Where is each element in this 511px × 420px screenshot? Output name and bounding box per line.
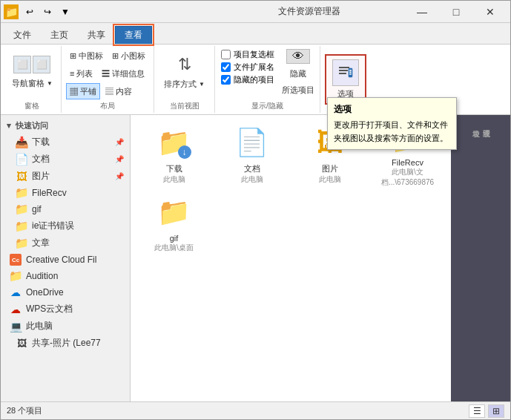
gif-icon: 📁 xyxy=(16,203,27,215)
sidebar-item-pictures[interactable]: 🖼 图片 📌 xyxy=(1,168,130,185)
view-toggle-group: ☰ ⊞ xyxy=(469,404,504,418)
sidebar-item-ie-cert[interactable]: 📁 ie证书错误 xyxy=(1,217,130,234)
quick-access-toolbar: ↩ ↪ ▼ xyxy=(22,4,214,20)
svg-rect-4 xyxy=(349,70,352,71)
svg-rect-5 xyxy=(349,72,352,73)
sidebar-item-wps[interactable]: ☁ WPS云文档 xyxy=(1,301,130,318)
filerecv-file-sub: 此电脑\文档...\673669876 xyxy=(373,167,442,188)
item-checkbox-input[interactable] xyxy=(221,50,231,59)
ribbon-group-panes: ⬜ ⬜ 导航窗格 ▼ 窗格 xyxy=(4,46,62,113)
tooltip-title: 选项 xyxy=(334,102,450,117)
sidebar-filerecv-label: FileRecv xyxy=(32,188,67,198)
sidebar-item-filerecv[interactable]: 📁 FileRecv xyxy=(1,185,130,201)
documents-file-icon: 📄 xyxy=(234,124,271,160)
main-window: 📁 ↩ ↪ ▼ 文件资源管理器 — □ ✕ 文件 主页 共享 查看 xyxy=(0,0,511,420)
show-hide-group-label: 显示/隐藏 xyxy=(220,99,315,111)
app-icon: 📁 xyxy=(4,4,19,19)
pin-icon-download: 📌 xyxy=(115,138,124,147)
sidebar-item-documents[interactable]: 📄 文档 📌 xyxy=(1,151,130,168)
sidebar-item-share-photos[interactable]: 🖼 共享-照片 (Lee77 xyxy=(1,335,130,352)
ribbon-group-current-view: ⇅ 排序方式 ▼ 当前视图 xyxy=(154,46,215,113)
sidebar-item-creative-cloud[interactable]: Cc Creative Cloud Fil xyxy=(1,252,130,268)
ribbon-group-layout: ⊞ 中图标 ⊞ 小图标 ≡ 列表 ☰ 详细信息 ▦ 平铺 ▤ 内容 布局 xyxy=(62,46,154,113)
gif-file-sub: 此电脑\桌面 xyxy=(154,243,194,253)
options-icon xyxy=(332,59,359,86)
download-file-name: 下载 xyxy=(166,163,182,174)
minimize-button[interactable]: — xyxy=(405,1,439,23)
tab-view[interactable]: 查看 xyxy=(115,26,152,44)
sidebar-ie-cert-label: ie证书错误 xyxy=(32,220,74,232)
view-toggle-grid[interactable]: ⊞ xyxy=(488,404,504,418)
pictures-file-name: 图片 xyxy=(322,163,338,174)
sidebar-item-thispc[interactable]: 💻 此电脑 xyxy=(1,318,130,335)
sidebar-pictures-label: 图片 xyxy=(32,170,50,183)
layout-group-label: 布局 xyxy=(66,99,149,111)
download-folder-icon: 📥 xyxy=(16,137,27,148)
share-photos-icon: 🖼 xyxy=(16,338,27,350)
documents-file-sub: 此电脑 xyxy=(241,174,263,185)
sidebar-share-photos-label: 共享-照片 (Lee77 xyxy=(32,337,101,350)
tab-home[interactable]: 主页 xyxy=(41,26,78,44)
svg-rect-0 xyxy=(339,67,349,68)
view-toggle-list[interactable]: ☰ xyxy=(469,404,485,418)
sidebar-item-audition[interactable]: 📁 Audition xyxy=(1,268,130,284)
sidebar-quick-access[interactable]: ▾ 快速访问 xyxy=(1,118,130,134)
svg-rect-1 xyxy=(339,70,348,71)
gif-file-name: gif xyxy=(170,234,179,243)
download-file-icon: 📁 ↓ xyxy=(156,124,193,160)
show-hide-checkboxes: 项目复选框 文件扩展名 隐藏的项目 xyxy=(220,47,276,99)
layout-list[interactable]: ≡ 列表 xyxy=(66,65,96,82)
maximize-button[interactable]: □ xyxy=(439,1,473,23)
tab-file[interactable]: 文件 xyxy=(4,26,41,44)
layout-medium-icon[interactable]: ⊞ 中图标 xyxy=(66,47,107,64)
hide-button[interactable]: 隐藏 xyxy=(286,65,310,82)
checkbox-hidden-items[interactable]: 隐藏的项目 xyxy=(221,74,274,85)
layout-detail[interactable]: ☰ 详细信息 xyxy=(98,65,148,82)
sort-button[interactable]: 排序方式 ▼ xyxy=(160,76,208,92)
sidebar-gif-label: gif xyxy=(32,204,42,214)
sidebar-item-articles[interactable]: 📁 文章 xyxy=(1,234,130,252)
close-button[interactable]: ✕ xyxy=(473,1,507,23)
tab-share[interactable]: 共享 xyxy=(78,26,115,44)
file-item-documents[interactable]: 📄 文档 此电脑 xyxy=(214,121,289,188)
status-bar: 28 个项目 ☰ ⊞ xyxy=(1,401,510,419)
selected-items-button[interactable]: 所选项目 xyxy=(278,82,318,98)
creative-cloud-icon: Cc xyxy=(10,254,22,266)
sidebar-item-onedrive[interactable]: ☁ OneDrive xyxy=(1,284,130,301)
layout-content[interactable]: ▤ 内容 xyxy=(102,83,136,99)
main-area: ▾ 快速访问 📥 下载 📌 📄 文档 📌 🖼 xyxy=(1,115,510,401)
file-content-area: 📁 ↓ 下载 此电脑 📄 文档 此电脑 🖼 图片 此电脑 xyxy=(131,115,451,401)
sidebar-item-gif[interactable]: 📁 gif xyxy=(1,201,130,217)
checkbox-file-ext[interactable]: 文件扩展名 xyxy=(221,62,274,73)
documents-file-name: 文档 xyxy=(244,163,260,174)
svg-rect-2 xyxy=(339,73,346,74)
articles-icon: 📁 xyxy=(16,237,27,249)
layout-tile[interactable]: ▦ 平铺 xyxy=(66,83,100,99)
sidebar-download-label: 下载 xyxy=(32,136,50,148)
filerecv-file-name: FileRecv xyxy=(392,158,423,167)
file-item-download[interactable]: 📁 ↓ 下载 此电脑 xyxy=(136,121,211,188)
file-ext-input[interactable] xyxy=(221,62,231,72)
thispc-icon: 💻 xyxy=(10,321,22,332)
ie-cert-icon: 📁 xyxy=(16,220,27,232)
onedrive-icon: ☁ xyxy=(10,286,22,298)
sidebar-item-download[interactable]: 📥 下载 📌 xyxy=(1,134,130,151)
ribbon-group-show-hide: 项目复选框 文件扩展名 隐藏的项目 👁 隐藏 xyxy=(215,46,320,113)
sidebar-onedrive-label: OneDrive xyxy=(26,287,64,298)
nav-pane-button[interactable]: 导航窗格 ▼ xyxy=(8,75,56,91)
sidebar-audition-label: Audition xyxy=(26,271,58,281)
qat-dropdown[interactable]: ▼ xyxy=(57,4,73,20)
documents-folder-icon: 📄 xyxy=(16,154,27,165)
sidebar-wps-label: WPS云文档 xyxy=(26,303,73,315)
qat-forward[interactable]: ↪ xyxy=(39,4,56,20)
file-item-gif[interactable]: 📁 gif 此电脑\桌面 xyxy=(136,191,211,257)
qat-back[interactable]: ↩ xyxy=(22,4,38,20)
item-count: 28 个项目 xyxy=(7,405,42,416)
layout-small-icon[interactable]: ⊞ 小图标 xyxy=(108,47,149,64)
hidden-items-input[interactable] xyxy=(221,75,231,85)
pin-icon-pictures: 📌 xyxy=(115,172,124,181)
pane-icon-nav: ⬜ xyxy=(13,56,31,73)
checkbox-item-checkbox[interactable]: 项目复选框 xyxy=(221,49,274,60)
window-controls: — □ ✕ xyxy=(405,1,507,23)
filerecv-icon: 📁 xyxy=(16,187,27,199)
